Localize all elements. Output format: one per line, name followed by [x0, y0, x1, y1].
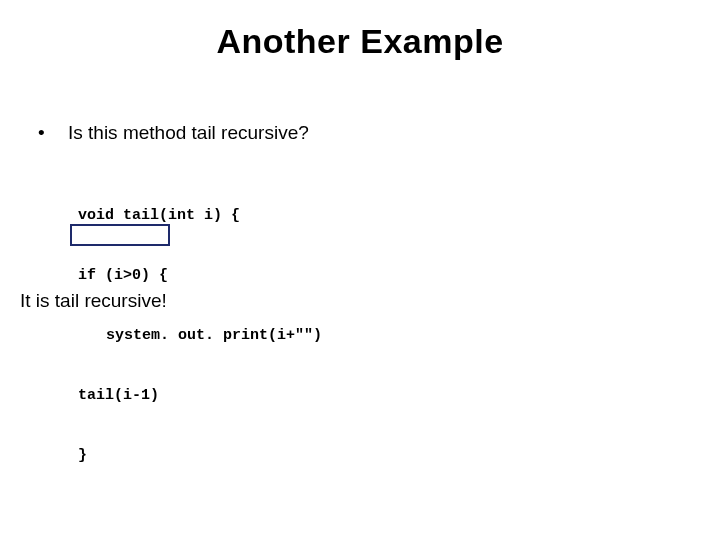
conclusion-text: It is tail recursive! — [20, 290, 167, 312]
code-line-5: } — [78, 446, 322, 466]
code-line-2: if (i>0) { — [78, 266, 322, 286]
bullet-marker: • — [38, 122, 68, 144]
slide-title: Another Example — [0, 22, 720, 61]
bullet-item: • Is this method tail recursive? — [38, 122, 309, 144]
code-line-4: tail(i-1) — [78, 386, 322, 406]
slide: Another Example • Is this method tail re… — [0, 0, 720, 540]
code-line-1: void tail(int i) { — [78, 206, 322, 226]
code-line-3: system. out. print(i+"") — [78, 326, 322, 346]
highlight-box — [70, 224, 170, 246]
code-block: void tail(int i) { if (i>0) { system. ou… — [78, 166, 322, 506]
bullet-text: Is this method tail recursive? — [68, 122, 309, 144]
